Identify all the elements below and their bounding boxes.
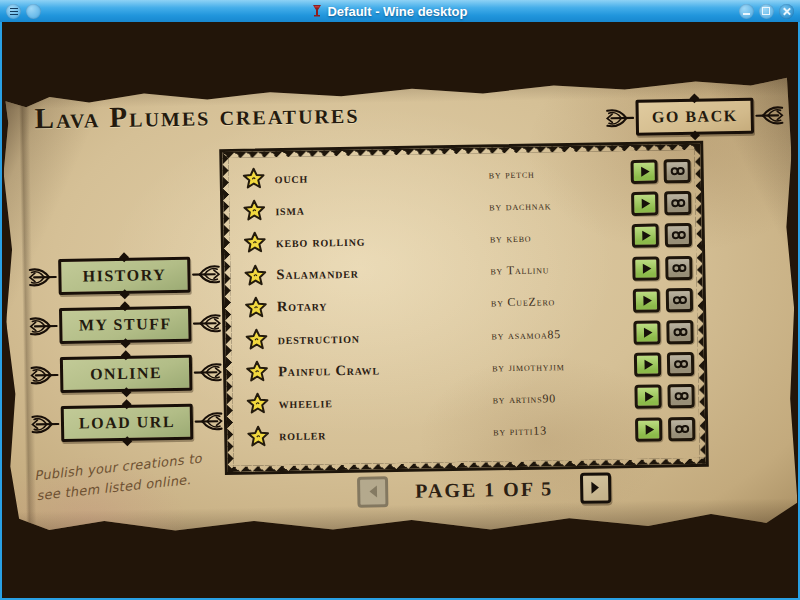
play-level-button[interactable] <box>633 320 660 344</box>
play-icon <box>639 293 653 307</box>
level-link-button[interactable] <box>663 159 690 183</box>
window-menu-button[interactable] <box>6 4 21 19</box>
play-icon <box>641 390 655 404</box>
load-url-button-label: LOAD URL <box>61 404 194 442</box>
zigzag-border <box>694 144 706 464</box>
level-author: by petch <box>489 165 631 182</box>
link-icon <box>673 390 689 402</box>
sidebar-item-my-stuff[interactable]: MY STUFF <box>28 305 223 344</box>
close-icon <box>782 7 791 16</box>
level-link-button[interactable] <box>667 384 694 408</box>
window-titlebar[interactable]: Default - Wine desktop <box>0 0 800 22</box>
level-author: by jimothyjim <box>492 358 634 375</box>
level-row: roller by pitti13 <box>237 412 695 452</box>
link-icon <box>671 294 687 306</box>
flourish-icon <box>30 408 61 441</box>
play-icon <box>638 197 652 211</box>
play-icon <box>639 261 653 275</box>
level-link-button[interactable] <box>665 256 692 280</box>
pagination: PAGE 1 OF 5 <box>357 469 612 509</box>
level-author: by asamoa85 <box>491 325 633 342</box>
level-link-button[interactable] <box>667 352 694 376</box>
level-link-button[interactable] <box>668 416 695 440</box>
go-back-label: GO BACK <box>635 98 754 136</box>
level-author: by kebo <box>490 229 632 246</box>
play-icon <box>640 326 654 340</box>
star-icon <box>233 198 275 223</box>
link-icon <box>671 262 687 274</box>
flourish-icon <box>192 307 223 340</box>
play-level-button[interactable] <box>631 192 658 216</box>
star-icon <box>236 392 278 417</box>
online-button-label: ONLINE <box>60 355 193 393</box>
maximize-icon <box>762 7 770 15</box>
flourish-icon <box>28 310 59 343</box>
level-name: Salamander <box>276 263 490 284</box>
sidebar-item-load-url[interactable]: LOAD URL <box>30 403 225 442</box>
play-level-button[interactable] <box>634 353 661 377</box>
level-name: roller <box>279 423 493 444</box>
level-author: by pitti13 <box>493 422 635 439</box>
level-author: by artins90 <box>493 390 635 407</box>
level-name: kebo rolling <box>276 230 490 251</box>
level-name: destruction <box>277 327 491 348</box>
level-name: ouch <box>275 166 489 187</box>
play-level-button[interactable] <box>632 224 659 248</box>
sidebar-item-history[interactable]: HISTORY <box>27 256 222 295</box>
level-name: isma <box>275 198 489 219</box>
play-level-button[interactable] <box>635 417 662 441</box>
right-arrow-icon <box>587 478 605 496</box>
publish-note: Publish your creations to see them liste… <box>33 448 216 506</box>
flourish-icon <box>29 359 60 392</box>
minimize-button[interactable] <box>739 4 754 19</box>
level-link-button[interactable] <box>665 223 692 247</box>
level-link-button[interactable] <box>666 288 693 312</box>
star-icon <box>235 295 277 320</box>
star-icon <box>233 166 275 191</box>
parchment-page: Lava Plumes creatures GO BACK <box>2 73 798 539</box>
level-link-button[interactable] <box>666 320 693 344</box>
play-level-button[interactable] <box>633 288 660 312</box>
window-sticky-button[interactable] <box>26 4 41 19</box>
wine-glass-icon <box>312 5 322 18</box>
level-link-button[interactable] <box>664 191 691 215</box>
play-level-button[interactable] <box>632 256 659 280</box>
star-icon <box>235 327 277 352</box>
level-name: Painful Crawl <box>278 359 492 380</box>
left-arrow-icon <box>364 482 382 500</box>
prev-page-button[interactable] <box>357 476 389 508</box>
level-list: ouch by petch isma by dachnak <box>232 155 695 464</box>
level-author: by CueZero <box>491 293 633 310</box>
wine-desktop-window: Default - Wine desktop Lava Plumes creat… <box>0 0 800 600</box>
desktop-background: Lava Plumes creatures GO BACK <box>2 22 798 598</box>
next-page-button[interactable] <box>580 472 612 504</box>
close-button[interactable] <box>779 4 794 19</box>
flourish-icon <box>194 405 225 438</box>
play-icon <box>638 229 652 243</box>
level-name: wheelie <box>279 391 493 412</box>
play-level-button[interactable] <box>630 160 657 184</box>
flourish-icon <box>191 258 222 291</box>
flourish-icon <box>754 99 785 132</box>
level-author: by dachnak <box>489 197 631 214</box>
play-level-button[interactable] <box>634 385 661 409</box>
play-icon <box>640 358 654 372</box>
sidebar-item-online[interactable]: ONLINE <box>29 354 224 393</box>
link-icon <box>670 229 686 241</box>
page-title: Lava Plumes creatures <box>34 97 359 136</box>
level-author: by Tallinu <box>490 261 632 278</box>
page-indicator: PAGE 1 OF 5 <box>415 477 553 502</box>
star-icon <box>234 263 276 288</box>
flourish-icon <box>193 356 224 389</box>
history-button-label: HISTORY <box>58 257 191 295</box>
star-icon <box>237 424 279 449</box>
my-stuff-button-label: MY STUFF <box>59 306 192 344</box>
link-icon <box>672 358 688 370</box>
link-icon <box>670 197 686 209</box>
star-icon <box>234 231 276 256</box>
link-icon <box>672 326 688 338</box>
maximize-button[interactable] <box>759 4 774 19</box>
go-back-button[interactable]: GO BACK <box>604 97 785 136</box>
star-icon <box>236 359 278 384</box>
window-title-area: Default - Wine desktop <box>312 4 467 19</box>
